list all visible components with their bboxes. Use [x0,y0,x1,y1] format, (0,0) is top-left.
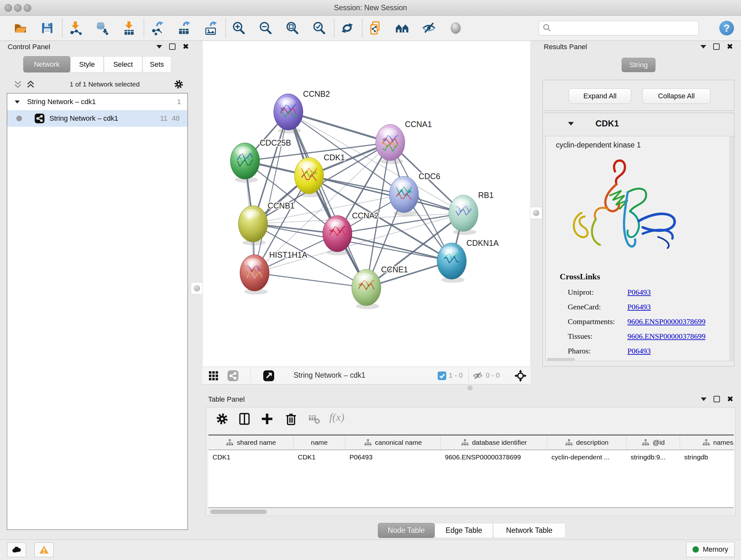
toolbar-zoom-fit-button[interactable] [285,20,300,36]
column-header-description[interactable]: description [547,435,626,449]
vertical-scrollbar[interactable] [730,136,733,361]
expand-all-button[interactable]: Expand All [569,88,631,104]
network-node-RB1[interactable] [449,195,478,235]
crosslink-value-link[interactable]: P06493 [627,347,651,355]
selected-checkbox-icon[interactable] [437,371,447,381]
column-header-namespace[interactable]: namespace [680,435,734,449]
crosslink-value-link[interactable]: P06493 [627,288,651,297]
tab-select[interactable]: Select [104,56,142,72]
table-cell[interactable]: P06493 [345,450,441,464]
column-label: @id [653,439,665,446]
panel-float-icon[interactable] [713,44,720,50]
table-cell[interactable]: CDK1 [208,450,293,464]
toolbar-import-table-button[interactable] [121,20,137,36]
result-section-header[interactable]: CDK1 [543,113,734,136]
search-input[interactable] [552,24,698,32]
tab-sets[interactable]: Sets [142,56,172,72]
string-network-icon [34,113,45,124]
network-node-CDK1[interactable] [294,158,324,197]
panel-close-icon[interactable]: ✖ [183,44,189,50]
scroll-thumb[interactable] [210,509,267,514]
network-node-CDC25B[interactable] [230,143,260,183]
delete-column-icon[interactable] [284,412,298,426]
table-row[interactable]: CDK1CDK1P064939606.ENSP00000378699cyclin… [208,450,734,464]
column-header-database-identifier[interactable]: database identifier [441,435,547,449]
horizontal-scroll-thumb[interactable] [547,358,575,361]
tab-network-table[interactable]: Network Table [493,523,565,538]
table-cell[interactable]: stringdb:9... [626,450,680,464]
column-header-name[interactable]: name [293,435,345,449]
section-collapse-icon[interactable] [568,122,574,125]
table-cell[interactable]: CDK1 [293,450,345,464]
table-cell[interactable]: stringdb [680,450,734,464]
fit-crosshair-icon[interactable] [515,370,527,382]
network-node-CCNE1[interactable] [352,269,381,309]
cloud-button[interactable] [7,543,26,557]
toolbar-export-network-button[interactable] [149,20,165,36]
memory-button[interactable]: Memory [686,542,735,557]
toolbar-open-folder-button[interactable] [13,20,28,36]
toolbar-save-button[interactable] [40,20,55,36]
network-collection-row[interactable]: String Network – cdk1 1 [7,94,187,110]
toolbar-zoom-selected-button[interactable] [312,20,327,36]
tab-network[interactable]: Network [23,56,70,72]
gear-icon[interactable] [173,79,184,90]
collection-expand-icon[interactable] [15,100,19,103]
network-node-CDKN1A[interactable] [437,243,467,283]
network-node-CCNB1[interactable] [239,206,268,246]
panel-menu-icon[interactable] [700,45,706,49]
toolbar-refresh-button[interactable] [340,20,355,36]
crosslink-value-link[interactable]: 9606.ENSP00000378699 [627,317,705,326]
column-header-shared-name[interactable]: shared name [208,435,293,449]
panel-close-icon[interactable]: ✖ [727,44,733,50]
toolbar-show-all-button[interactable] [448,20,463,36]
table-cell[interactable]: 9606.ENSP00000378699 [441,450,547,464]
grid-view-icon[interactable] [207,370,219,382]
toolbar-export-image-button[interactable] [203,20,218,36]
panel-menu-icon[interactable] [701,397,706,401]
select-columns-icon[interactable] [238,412,252,426]
memory-label: Memory [703,545,728,554]
share-view-icon[interactable] [227,370,239,382]
panel-menu-icon[interactable] [156,45,162,49]
collapse-all-button[interactable]: Collapse All [643,88,711,104]
birds-eye-view-icon[interactable] [263,370,275,382]
panel-float-icon[interactable] [714,396,720,402]
network-canvas[interactable]: CCNB2CCNA1CDC25BCDK1CDC6RB1CCNB1CCNA2CDK… [202,41,531,367]
network-row[interactable]: String Network – cdk1 11 48 [7,110,187,127]
toolbar-zoom-in-button[interactable] [231,20,246,36]
zoom-in-icon [231,21,246,36]
panel-close-icon[interactable]: ✖ [727,396,733,402]
network-node-CCNA1[interactable] [376,124,405,164]
table-horizontal-scrollbar[interactable] [208,509,734,515]
table-gear-icon[interactable] [215,412,229,426]
add-column-icon[interactable] [260,412,274,426]
column-label: namespace [713,439,734,446]
tab-edge-table[interactable]: Edge Table [434,523,493,538]
collapse-all-icon[interactable] [12,79,23,90]
toolbar-import-network-button[interactable] [68,20,83,36]
toolbar-import-database-button[interactable] [94,20,110,36]
tab-node-table[interactable]: Node Table [378,523,434,538]
network-node-CCNB2[interactable] [274,94,303,134]
crosslink-value-link[interactable]: 9606.ENSP00000378699 [627,332,705,341]
tab-style[interactable]: Style [70,56,104,72]
left-splitter-handle[interactable] [191,282,203,294]
bottom-splitter-handle[interactable] [468,385,473,390]
toolbar-network-snapshot-button[interactable] [367,20,383,36]
toolbar-zoom-out-button[interactable] [258,20,273,36]
expand-all-icon[interactable] [25,79,36,90]
column-header--id[interactable]: @id [626,435,680,449]
network-node-HIST1H1A[interactable] [240,255,269,295]
toolbar-export-table-button[interactable] [176,20,192,36]
crosslink-value-link[interactable]: P06493 [627,303,651,311]
warning-button[interactable] [35,543,54,557]
tab-string[interactable]: String [622,58,656,72]
toolbar-first-neighbors-button[interactable] [394,20,410,36]
network-node-CDC6[interactable] [389,176,419,216]
help-button[interactable]: ? [719,21,734,36]
column-header-canonical-name[interactable]: canonical name [345,435,441,449]
panel-float-icon[interactable] [169,44,176,50]
toolbar-hide-selected-button[interactable] [421,20,436,36]
table-cell[interactable]: cyclin-dependent ... [547,450,626,464]
